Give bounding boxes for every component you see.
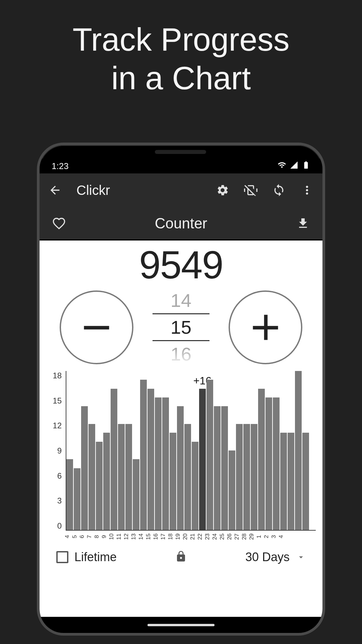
wifi-icon xyxy=(278,161,286,172)
counter-title: Counter xyxy=(68,215,294,232)
promo-line1: Track Progress xyxy=(0,20,362,59)
chart-bar[interactable] xyxy=(88,424,95,530)
y-tick: 15 xyxy=(46,396,64,406)
range-label: 30 Days xyxy=(245,550,290,564)
speaker-grille xyxy=(156,150,206,154)
chart-bar[interactable] xyxy=(74,468,80,530)
lock-icon xyxy=(175,550,187,564)
settings-button[interactable] xyxy=(213,181,232,200)
lifetime-checkbox[interactable] xyxy=(56,551,68,563)
promo-headline: Track Progress in a Chart xyxy=(0,0,362,97)
chart-bar[interactable] xyxy=(66,459,73,530)
vibrate-off-button[interactable] xyxy=(241,181,260,200)
chart-bar[interactable] xyxy=(147,389,154,530)
chart-bar[interactable] xyxy=(214,406,221,530)
chart-bar[interactable] xyxy=(206,380,213,530)
chart-bar[interactable] xyxy=(243,424,250,530)
chart-bar[interactable] xyxy=(295,371,302,530)
chart-bar[interactable] xyxy=(184,424,191,530)
promo-line2: in a Chart xyxy=(0,59,362,97)
chart-bar[interactable] xyxy=(280,433,287,530)
favorite-button[interactable] xyxy=(50,214,68,233)
chart-bar[interactable] xyxy=(162,397,169,530)
y-tick: 12 xyxy=(46,421,64,430)
step-prev: 14 xyxy=(151,288,211,313)
lifetime-label[interactable]: Lifetime xyxy=(74,550,117,564)
step-scroller[interactable]: 14 15 16 xyxy=(151,288,211,366)
chart-bar[interactable] xyxy=(81,406,88,530)
range-dropdown[interactable]: 30 Days xyxy=(245,550,306,564)
app-bar: Clickr xyxy=(40,173,322,207)
sync-icon xyxy=(272,183,286,197)
chart-bar[interactable] xyxy=(118,424,125,530)
chart-bar[interactable] xyxy=(133,459,139,530)
plus-icon xyxy=(249,311,282,344)
chart-bar[interactable] xyxy=(302,433,309,530)
x-tick xyxy=(300,533,311,540)
signal-icon xyxy=(290,161,298,172)
phone-frame: 1:23 Clickr xyxy=(37,143,325,636)
chart-bar[interactable] xyxy=(251,424,257,530)
app-title: Clickr xyxy=(72,183,205,198)
chart-bar[interactable] xyxy=(177,406,184,530)
chart-bar[interactable] xyxy=(273,397,280,530)
y-tick: 0 xyxy=(46,521,64,531)
status-bar: 1:23 xyxy=(40,159,322,173)
chart-bar[interactable] xyxy=(111,389,117,530)
chart-bar[interactable] xyxy=(96,442,103,530)
chart-bar[interactable] xyxy=(192,442,198,530)
chart-bar[interactable] xyxy=(155,397,162,530)
chart-bar[interactable] xyxy=(140,380,147,530)
y-tick: 9 xyxy=(46,446,64,455)
step-next: 16 xyxy=(151,342,211,366)
chevron-down-icon xyxy=(296,552,306,562)
battery-icon xyxy=(302,161,310,172)
nav-bar xyxy=(40,617,322,633)
increment-button[interactable] xyxy=(229,290,302,364)
y-tick: 18 xyxy=(46,371,64,380)
status-time: 1:23 xyxy=(52,161,69,171)
more-vert-icon xyxy=(300,183,314,197)
chart-bar[interactable] xyxy=(103,433,110,530)
y-tick: 6 xyxy=(46,471,64,481)
chart-bar[interactable] xyxy=(288,433,294,530)
step-current: 15 xyxy=(151,315,211,339)
sync-button[interactable] xyxy=(269,181,288,200)
chart-bar[interactable]: +16 xyxy=(199,389,206,530)
more-button[interactable] xyxy=(298,181,316,200)
chart-bar[interactable] xyxy=(236,424,243,530)
chart-bar[interactable] xyxy=(229,450,235,530)
home-indicator[interactable] xyxy=(147,624,215,626)
subheader: Counter xyxy=(40,207,322,240)
chart-bar[interactable] xyxy=(125,424,132,530)
heart-icon xyxy=(52,217,66,230)
chart-bar[interactable] xyxy=(258,389,265,530)
chart-bar[interactable] xyxy=(221,406,228,530)
download-button[interactable] xyxy=(294,214,312,233)
download-icon xyxy=(296,217,310,230)
gear-icon xyxy=(216,183,229,197)
decrement-button[interactable] xyxy=(60,290,133,364)
chart-bar[interactable] xyxy=(170,433,176,530)
minus-icon xyxy=(80,311,113,344)
back-button[interactable] xyxy=(46,181,64,200)
vibrate-off-icon xyxy=(244,183,257,197)
total-count: 9549 xyxy=(46,240,316,287)
progress-chart: 1815129630 +16 4567891011121314151617181… xyxy=(46,371,316,542)
chart-bar[interactable] xyxy=(265,397,272,530)
y-tick: 3 xyxy=(46,496,64,505)
